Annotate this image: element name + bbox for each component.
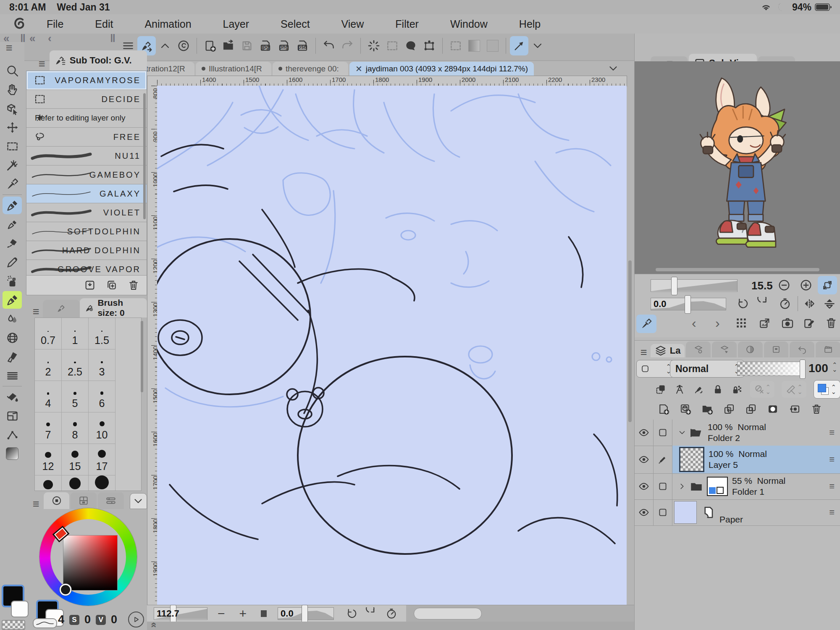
sub-tool-item[interactable]: GAMEBOY bbox=[26, 165, 147, 184]
tab-brush-size[interactable]: Brush size: 0 bbox=[80, 298, 147, 318]
save-button[interactable] bbox=[238, 36, 256, 55]
close-tab-icon[interactable]: ✕ bbox=[355, 64, 362, 74]
sub-view-eyedropper-button[interactable] bbox=[636, 315, 656, 333]
ruler-indicator-select[interactable]: ⌃⌄ bbox=[782, 381, 806, 398]
document-tab[interactable]: ✕jaydiman 003 (4093 x 2894px 144dpi 112.… bbox=[349, 62, 534, 76]
transparent-color-swatch[interactable] bbox=[2, 620, 25, 630]
panel-collapse-button[interactable] bbox=[130, 493, 147, 509]
zoom-reset-button[interactable] bbox=[261, 610, 267, 617]
export-png-button[interactable]: png bbox=[275, 36, 293, 55]
marquee-button[interactable] bbox=[383, 36, 402, 55]
tab-selection[interactable] bbox=[764, 341, 789, 357]
layer-edit-cell[interactable] bbox=[654, 473, 672, 499]
brush-size-cell[interactable]: 25 bbox=[62, 475, 89, 491]
layer-thumbnail[interactable] bbox=[707, 477, 728, 496]
layer-row[interactable]: 100 % NormalLayer 5≡ bbox=[635, 446, 840, 474]
brush-size-cell[interactable]: 2 bbox=[35, 349, 62, 381]
panel-menu-icon[interactable]: ≡ bbox=[39, 60, 45, 68]
sub-tool-item[interactable]: SOFTDOLPHIN bbox=[26, 222, 147, 241]
tab-layers[interactable]: La bbox=[651, 344, 685, 357]
line-arrow-button[interactable] bbox=[510, 36, 528, 55]
rotate-ccw-icon[interactable] bbox=[735, 297, 749, 310]
rotate-cw-icon[interactable] bbox=[756, 297, 770, 310]
rotate-ccw-icon[interactable] bbox=[345, 607, 357, 620]
canvas[interactable] bbox=[157, 86, 627, 606]
gradient-tool[interactable] bbox=[3, 445, 22, 462]
tab-brush-shape[interactable] bbox=[43, 300, 80, 318]
panel-menu-icon[interactable]: ≡ bbox=[33, 307, 39, 316]
menu-item-view[interactable]: View bbox=[333, 16, 372, 32]
sub-tool-item[interactable]: GALAXY bbox=[26, 184, 147, 203]
redo-button[interactable] bbox=[338, 36, 357, 55]
palette-mode-select[interactable]: ⌃⌄ bbox=[636, 360, 675, 378]
draft-layer-icon[interactable] bbox=[693, 383, 705, 396]
gradient-tool-button[interactable] bbox=[465, 36, 483, 55]
menu-item-file[interactable]: File bbox=[39, 16, 71, 32]
transfer-layer-icon[interactable] bbox=[723, 403, 735, 415]
brush-size-cell[interactable]: 12 bbox=[35, 444, 62, 475]
tab-tone[interactable] bbox=[738, 341, 763, 357]
sub-view-rotation-slider[interactable]: 0.0 bbox=[651, 298, 726, 310]
sv-cursor[interactable] bbox=[60, 584, 71, 596]
tool-pencil[interactable] bbox=[3, 253, 22, 271]
layer-mask-icon[interactable] bbox=[766, 403, 779, 415]
tab-timeline[interactable] bbox=[816, 341, 840, 357]
export-psd-button[interactable]: psd bbox=[293, 36, 312, 55]
sub-tool-item[interactable]: VAPORAMYROSE bbox=[26, 71, 147, 90]
tool-strip-menu-icon[interactable]: ≡ bbox=[6, 44, 13, 52]
layer-handle-icon[interactable]: ≡ bbox=[829, 428, 835, 437]
brush-size-cell[interactable]: 0.7 bbox=[35, 318, 62, 349]
marquee-button[interactable] bbox=[446, 36, 465, 55]
panel-menu-icon[interactable]: ≡ bbox=[33, 500, 39, 508]
brush-size-cell[interactable]: 4 bbox=[35, 381, 62, 412]
tool-hatching[interactable] bbox=[3, 367, 22, 384]
rotation-slider[interactable]: 0.0 bbox=[278, 607, 334, 620]
tool-rect-select[interactable] bbox=[3, 137, 22, 155]
undo-button[interactable] bbox=[320, 36, 338, 55]
flip-vertical-icon[interactable] bbox=[823, 297, 836, 310]
menu-item-window[interactable]: Window bbox=[442, 16, 496, 32]
layer-edit-cell[interactable] bbox=[654, 420, 672, 446]
previous-image-button[interactable]: ‹ bbox=[692, 315, 696, 331]
tool-blend[interactable] bbox=[3, 310, 22, 328]
zoom-out-icon[interactable] bbox=[777, 278, 791, 292]
zoom-slider[interactable]: 112.7 bbox=[154, 607, 207, 620]
expand-bottom-icon[interactable]: « bbox=[148, 622, 160, 627]
tool-hand[interactable] bbox=[3, 81, 22, 98]
brush-size-cell[interactable]: 10 bbox=[89, 412, 116, 444]
merge-down-icon[interactable] bbox=[745, 403, 757, 415]
open-file-button[interactable] bbox=[219, 36, 238, 55]
layer-thumbnail[interactable] bbox=[674, 501, 697, 524]
opacity-ramp-pill[interactable] bbox=[33, 618, 57, 628]
zoom-in-icon[interactable] bbox=[799, 278, 813, 292]
opacity-handle[interactable] bbox=[800, 360, 806, 379]
sub-tool-item[interactable]: FREE bbox=[26, 128, 147, 147]
sub-view-h-scrollbar[interactable] bbox=[656, 268, 819, 271]
drag-handle-icon[interactable]: ‖ bbox=[110, 32, 116, 45]
grid-view-icon[interactable] bbox=[735, 316, 748, 330]
export-jpg-button[interactable]: jpg bbox=[256, 36, 275, 55]
reset-rotation-icon[interactable] bbox=[385, 607, 398, 620]
brush-size-scrollbar[interactable] bbox=[141, 321, 143, 392]
zoom-out-button[interactable]: − bbox=[218, 606, 225, 621]
chevron-up-button[interactable] bbox=[156, 36, 174, 55]
tab-color-sliders[interactable] bbox=[98, 492, 124, 509]
sub-tool-item[interactable]: VIOLET bbox=[26, 203, 147, 222]
brush-size-cell[interactable]: 15 bbox=[62, 444, 89, 475]
brush-size-cell[interactable]: 2.5 bbox=[62, 349, 89, 381]
tab-layer-property[interactable] bbox=[686, 341, 711, 357]
brush-size-cell[interactable]: 17 bbox=[89, 444, 116, 475]
tool-move[interactable] bbox=[3, 118, 22, 136]
layer-row[interactable]: 55 % NormalFolder 1≡ bbox=[635, 473, 840, 500]
collapse-chevron-icon[interactable] bbox=[677, 428, 687, 437]
lock-layer-icon[interactable] bbox=[712, 383, 724, 396]
new-vector-layer-icon[interactable] bbox=[679, 403, 692, 415]
brush-size-cell[interactable]: 8 bbox=[62, 412, 89, 444]
layer-handle-icon[interactable]: ≡ bbox=[829, 455, 835, 464]
layer-opacity-slider[interactable] bbox=[737, 362, 804, 376]
layer-visibility-cell[interactable] bbox=[635, 420, 654, 446]
fit-to-view-button[interactable] bbox=[818, 276, 837, 294]
tool-auto-select[interactable] bbox=[3, 156, 22, 174]
clip-studio-button[interactable] bbox=[174, 36, 193, 55]
menu-item-edit[interactable]: Edit bbox=[87, 16, 121, 32]
